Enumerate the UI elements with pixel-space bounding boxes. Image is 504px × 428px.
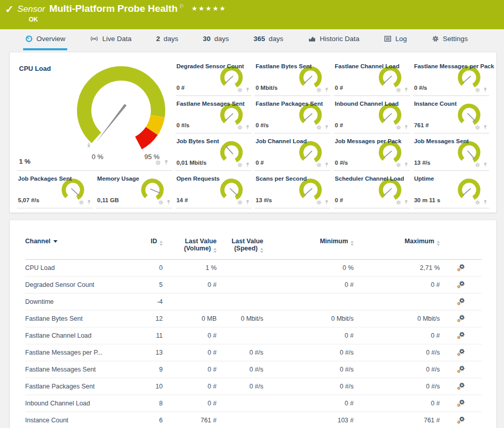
gauge-tile[interactable]: Job Channel Load 0 # <box>255 133 331 171</box>
tab-30-days[interactable]: 30 days <box>201 29 231 50</box>
col-header-last-value-volume[interactable]: Last Value (Volume) <box>163 234 217 260</box>
gauge-tile[interactable]: Job Bytes Sent 0,01 Mbit/s <box>176 133 251 171</box>
gauge-tile[interactable]: Fastlane Bytes Sent 0 Mbit/s <box>255 59 331 96</box>
pin-icon[interactable] <box>245 125 250 130</box>
pin-icon[interactable] <box>403 87 409 93</box>
table-row[interactable]: Fastlane Channel Load 11 0 # 0 # 0 # <box>25 327 482 344</box>
gauge-tile[interactable]: Uptime 30 m 11 s <box>413 171 489 208</box>
cell-channel[interactable]: Degraded Sensor Count <box>25 277 128 294</box>
channel-settings-gears-icon[interactable] <box>457 365 465 374</box>
channel-settings-gears-icon[interactable] <box>457 348 465 357</box>
gear-icon[interactable] <box>316 125 322 130</box>
cell-channel[interactable]: CPU Load <box>25 260 128 277</box>
col-header-minimum[interactable]: Minimum <box>263 234 354 260</box>
table-row[interactable]: Instance Count 6 761 # 103 # 761 # <box>25 412 482 428</box>
pin-icon[interactable] <box>245 162 250 168</box>
gauge-tile[interactable]: Fastlane Messages Sent 0 #/s <box>176 96 251 133</box>
gear-icon[interactable] <box>396 125 401 130</box>
gauge-tile[interactable]: Memory Usage 0,11 GB <box>96 171 172 208</box>
cell-channel[interactable]: Instance Count <box>25 412 128 428</box>
gauge-tile[interactable]: Degraded Sensor Count 0 # <box>176 59 251 96</box>
channel-settings-gears-icon[interactable] <box>457 332 465 340</box>
cell-channel[interactable]: Fastlane Packages Sent <box>25 378 128 395</box>
pin-icon[interactable] <box>324 200 329 205</box>
pin-icon[interactable] <box>163 160 169 166</box>
channel-settings-gears-icon[interactable] <box>457 315 465 323</box>
gear-icon[interactable] <box>396 200 401 205</box>
pin-icon[interactable] <box>324 125 329 130</box>
pin-icon[interactable] <box>324 87 329 93</box>
cell-channel[interactable]: Inbound Channel Load <box>25 395 128 412</box>
cell-channel[interactable]: Fastlane Messages per P... <box>25 344 128 361</box>
gauge-tile[interactable]: Job Messages Sent 13 #/s <box>413 133 489 171</box>
channel-settings-gears-icon[interactable] <box>457 382 465 391</box>
cell-channel[interactable]: Downtime <box>25 294 128 310</box>
gear-icon[interactable] <box>396 87 401 93</box>
gear-icon[interactable] <box>237 200 243 205</box>
pin-icon[interactable] <box>245 87 250 93</box>
gear-icon[interactable] <box>316 87 322 93</box>
tab-overview[interactable]: Overview <box>23 29 67 50</box>
table-row[interactable]: Downtime -4 <box>25 294 482 310</box>
gauge-tile[interactable]: Fastlane Packages Sent 0 #/s <box>255 96 331 133</box>
channel-settings-gears-icon[interactable] <box>457 298 465 306</box>
pin-icon[interactable] <box>482 200 488 205</box>
gear-icon[interactable] <box>475 125 480 130</box>
tab-historic-data[interactable]: Historic Data <box>306 29 361 50</box>
pin-icon[interactable] <box>403 162 409 168</box>
pin-icon[interactable] <box>482 162 488 168</box>
priority-stars[interactable]: ★★★★★ <box>191 5 226 12</box>
table-row[interactable]: Fastlane Packages Sent 10 0 # 0 #/s 0 #/… <box>25 378 482 395</box>
table-row[interactable]: Degraded Sensor Count 5 0 # 0 # 0 # <box>25 277 482 294</box>
table-row[interactable]: Fastlane Bytes Sent 12 0 MB 0 Mbit/s 0 M… <box>25 310 482 327</box>
channel-settings-gears-icon[interactable] <box>457 416 465 424</box>
gauge-tile[interactable]: Inbound Channel Load 0 # <box>334 96 410 133</box>
gear-icon[interactable] <box>237 87 243 93</box>
gear-icon[interactable] <box>316 200 322 205</box>
gear-icon[interactable] <box>155 160 161 166</box>
col-header-channel[interactable]: Channel <box>25 234 128 260</box>
channel-settings-gears-icon[interactable] <box>457 281 465 289</box>
pin-icon[interactable] <box>403 200 409 205</box>
gauge-tile[interactable]: Scans per Second 13 #/s <box>255 171 331 208</box>
tab-2-days[interactable]: 2 days <box>154 29 180 50</box>
cell-channel[interactable]: Fastlane Bytes Sent <box>25 310 128 327</box>
pin-icon[interactable] <box>482 125 488 130</box>
table-row[interactable]: CPU Load 0 1 % 0 % 2,71 % <box>25 260 482 277</box>
tab-log[interactable]: Log <box>382 29 409 50</box>
col-header-last-value-speed[interactable]: Last Value (Speed) <box>217 234 263 260</box>
col-header-maximum[interactable]: Maximum <box>354 234 440 260</box>
gear-icon[interactable] <box>475 87 480 93</box>
gear-icon[interactable] <box>237 162 243 168</box>
gear-icon[interactable] <box>79 200 84 205</box>
gear-icon[interactable] <box>158 200 164 205</box>
gear-icon[interactable] <box>475 200 480 205</box>
tab-live-data[interactable]: Live Data <box>88 29 133 50</box>
gauge-tile[interactable]: Fastlane Messages per Pack 0 #/s <box>413 59 489 96</box>
tab-settings[interactable]: Settings <box>430 29 470 50</box>
cell-channel[interactable]: Fastlane Messages Sent <box>25 361 128 378</box>
pin-icon[interactable] <box>166 200 171 205</box>
gear-icon[interactable] <box>316 162 322 168</box>
gauge-tile[interactable]: Job Packages Sent 5,07 #/s <box>17 171 93 208</box>
gauge-tile[interactable]: Fastlane Channel Load 0 # <box>334 59 410 96</box>
gauge-tile-cpu-load[interactable]: CPU Load x̄ 0 % 95 % 1 % <box>17 59 172 171</box>
cell-channel[interactable]: Fastlane Channel Load <box>25 327 128 344</box>
gear-icon[interactable] <box>475 162 480 168</box>
channel-settings-gears-icon[interactable] <box>457 399 465 407</box>
table-row[interactable]: Fastlane Messages Sent 9 0 # 0 #/s 0 #/s… <box>25 361 482 378</box>
tab-365-days[interactable]: 365 days <box>251 29 285 50</box>
pin-icon[interactable] <box>324 162 329 168</box>
gauge-tile[interactable]: Job Messages per Pack 0 #/s <box>334 133 410 171</box>
table-row[interactable]: Inbound Channel Load 8 0 # 0 # 0 # <box>25 395 482 412</box>
gear-icon[interactable] <box>396 162 401 168</box>
gauge-tile[interactable]: Instance Count 761 # <box>413 96 489 133</box>
table-row[interactable]: Fastlane Messages per P... 13 0 # 0 #/s … <box>25 344 482 361</box>
pin-icon[interactable] <box>403 125 409 130</box>
gear-icon[interactable] <box>237 125 243 130</box>
gauge-tile[interactable]: Scheduler Channel Load 0 # <box>334 171 410 208</box>
gauge-tile[interactable]: Open Requests 14 # <box>176 171 251 208</box>
pin-icon[interactable] <box>482 87 488 93</box>
col-header-id[interactable]: ID <box>128 234 163 260</box>
channel-settings-gears-icon[interactable] <box>457 264 465 272</box>
